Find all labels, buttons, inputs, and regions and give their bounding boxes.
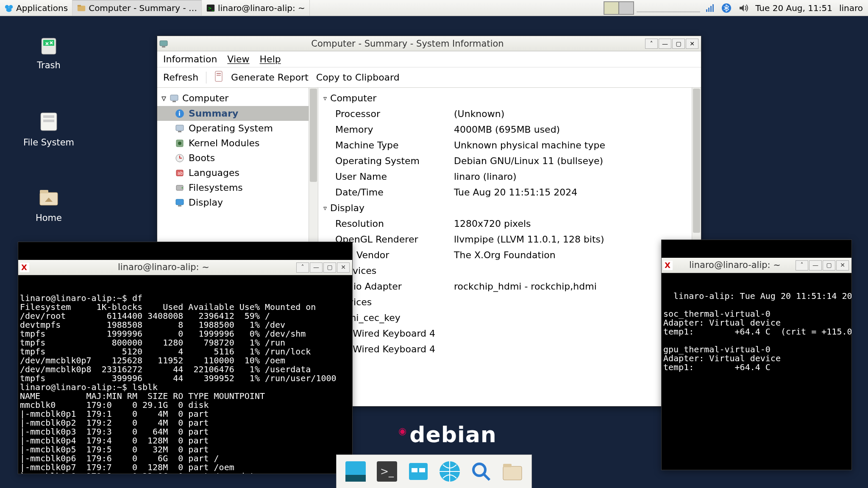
sidebar-item-display[interactable]: Display — [157, 195, 318, 210]
detail-key: Processor — [335, 109, 454, 119]
window-rollup-button[interactable]: ˄ — [296, 262, 309, 273]
window-maximize-button[interactable]: ▢ — [323, 262, 336, 273]
detail-row[interactable]: Resolution1280x720 pixels — [323, 216, 696, 231]
taskbar-button-hardinfo[interactable]: Computer - Summary - … — [72, 0, 202, 16]
detail-pane[interactable]: Computer Processor(Unknown)Memory4000MB … — [318, 88, 701, 404]
menu-help[interactable]: Help — [260, 54, 281, 64]
clock[interactable]: Tue 20 Aug, 11:51 — [755, 3, 832, 13]
svg-rect-29 — [176, 125, 184, 131]
hardinfo-titlebar[interactable]: Computer - Summary - System Information … — [157, 36, 701, 51]
sidebar-item-label: Summary — [189, 108, 238, 119]
detail-value: The X.Org Foundation — [454, 250, 696, 260]
applications-menu[interactable]: Applications — [0, 0, 72, 16]
detail-row[interactable]: Operating SystemDebian GNU/Linux 11 (bul… — [323, 153, 696, 169]
svg-point-2 — [6, 8, 12, 12]
sidebar-item-kernel-modules[interactable]: Kernel Modules — [157, 136, 318, 151]
section-header-computer[interactable]: Computer — [323, 90, 696, 106]
desktop-icon-filesystem[interactable]: File System — [21, 109, 76, 148]
detail-key: Date/Time — [335, 187, 454, 198]
window-maximize-button[interactable]: ▢ — [823, 260, 835, 270]
svg-text:ab: ab — [178, 171, 183, 176]
menu-information[interactable]: Information — [163, 54, 217, 64]
svg-point-32 — [178, 142, 181, 145]
detail-key: X11 Vendor — [335, 250, 454, 260]
detail-value: 4000MB (695MB used) — [454, 124, 696, 135]
section-header-input[interactable]: ut Devices — [318, 294, 696, 310]
detail-value — [454, 344, 696, 354]
svg-rect-19 — [40, 190, 48, 193]
workspace-pager[interactable] — [604, 1, 634, 15]
svg-rect-24 — [217, 75, 221, 76]
window-minimize-button[interactable]: — — [659, 39, 671, 49]
menubar: Information View Help — [157, 51, 701, 67]
refresh-button[interactable]: Refresh — [163, 72, 198, 83]
terminal-2-content[interactable]: linaro-alip: Tue Aug 20 11:51:14 2024 so… — [662, 291, 851, 373]
detail-row[interactable]: Machine TypeUnknown physical machine typ… — [323, 137, 696, 153]
dock-file-manager[interactable] — [405, 458, 431, 485]
dock-web-browser[interactable] — [437, 458, 463, 485]
sidebar-item-label: Display — [189, 197, 223, 208]
detail-row[interactable]: RPi Wired Keyboard 4 — [323, 341, 696, 357]
volume-icon[interactable] — [738, 3, 748, 13]
sidebar-item-boots[interactable]: Boots — [157, 151, 318, 165]
svg-rect-30 — [178, 131, 181, 132]
dock-search[interactable] — [468, 458, 494, 485]
sidebar-item-languages[interactable]: abLanguages — [157, 165, 318, 180]
detail-row[interactable]: RPi Wired Keyboard 4 — [323, 326, 696, 341]
svg-rect-22 — [215, 71, 222, 81]
sidebar-item-summary[interactable]: iSummary — [157, 106, 318, 121]
window-minimize-button[interactable]: — — [809, 260, 822, 270]
detail-key: Operating System — [335, 156, 454, 166]
detail-row[interactable]: Memory4000MB (695MB used) — [323, 122, 696, 137]
xterm-icon: X — [18, 263, 31, 272]
svg-rect-16 — [43, 115, 54, 118]
terminal-2-titlebar[interactable]: X linaro@linaro-alip: ~ ˄ — ▢ ✕ — [662, 258, 851, 273]
detail-row[interactable]: OpenGL Rendererllvmpipe (LLVM 11.0.1, 12… — [323, 231, 696, 247]
user-label[interactable]: linaro — [839, 3, 863, 13]
detail-row[interactable]: Date/TimeTue Aug 20 11:51:15 2024 — [323, 184, 696, 200]
window-rollup-button[interactable]: ˄ — [796, 260, 808, 270]
debian-text: debian — [409, 422, 497, 447]
window-minimize-button[interactable]: — — [310, 262, 323, 273]
detail-row[interactable]: User Namelinaro (linaro) — [323, 169, 696, 184]
copy-clipboard-button[interactable]: Copy to Clipboard — [316, 72, 400, 83]
generate-report-button[interactable]: Generate Report — [231, 72, 309, 83]
report-icon — [214, 71, 223, 84]
terminal-1-content[interactable]: linaro@linaro-alip:~$ df Filesystem 1K-b… — [18, 293, 352, 474]
taskbar-button-terminal[interactable]: >_ linaro@linaro-alip: ~ — [202, 0, 310, 16]
sidebar-item-label: Languages — [189, 167, 239, 178]
desktop-icon-trash[interactable]: Trash — [21, 32, 76, 70]
terminal-window-2: X linaro@linaro-alip: ~ ˄ — ▢ ✕ linaro-a… — [661, 240, 852, 470]
window-maximize-button[interactable]: ▢ — [672, 39, 685, 49]
section-header-display[interactable]: Display — [323, 200, 696, 216]
dock-show-desktop[interactable] — [342, 458, 369, 485]
trash-icon — [36, 32, 61, 57]
network-icon[interactable] — [705, 3, 715, 13]
window-close-button[interactable]: ✕ — [836, 260, 849, 270]
window-close-button[interactable]: ✕ — [337, 262, 350, 273]
section-header-audio[interactable]: dio Devices — [318, 263, 696, 279]
sidebar-item-operating-system[interactable]: Operating System — [157, 121, 318, 136]
desktop-icon-home[interactable]: Home — [21, 185, 76, 223]
detail-key: Memory — [335, 124, 454, 135]
detail-row[interactable]: Audio Adapterrockchip_hdmi - rockchip,hd… — [323, 279, 696, 294]
svg-rect-21 — [162, 46, 165, 47]
svg-rect-20 — [160, 41, 167, 46]
svg-rect-17 — [43, 120, 54, 122]
menu-view[interactable]: View — [227, 54, 249, 64]
sidebar-item-icon: ab — [175, 168, 184, 178]
svg-point-37 — [182, 187, 183, 188]
detail-row[interactable]: hdmi_cec_key — [323, 310, 696, 326]
window-rollup-button[interactable]: ˄ — [645, 39, 658, 49]
tree-group-computer[interactable]: ▿ Computer — [157, 90, 318, 106]
dock-home-folder[interactable] — [499, 458, 526, 485]
window-close-button[interactable]: ✕ — [686, 39, 698, 49]
detail-row[interactable]: X11 VendorThe X.Org Foundation — [323, 247, 696, 263]
sidebar-item-filesystems[interactable]: Filesystems — [157, 180, 318, 195]
detail-key: OpenGL Renderer — [335, 234, 454, 245]
detail-row[interactable]: Processor(Unknown) — [323, 106, 696, 122]
terminal-1-titlebar[interactable]: X linaro@linaro-alip: ~ ˄ — ▢ ✕ — [18, 260, 352, 275]
bluetooth-icon[interactable] — [721, 3, 732, 13]
detail-key: RPi Wired Keyboard 4 — [335, 328, 454, 339]
dock-terminal[interactable]: >_ — [374, 458, 400, 485]
